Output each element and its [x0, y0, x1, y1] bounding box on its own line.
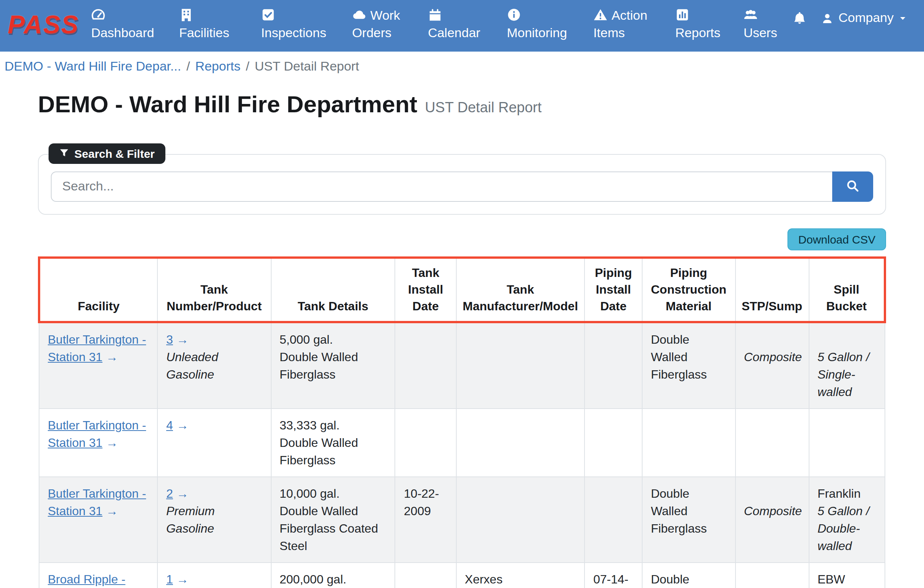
spill-bucket-plain: [817, 416, 876, 434]
facility-link[interactable]: Butler Tarkington - Station 31 →: [48, 333, 146, 363]
bell-icon[interactable]: [792, 11, 807, 29]
table-row: Butler Tarkington - Station 31 → 3 → Unl…: [39, 322, 885, 408]
navbar-right: Company: [792, 7, 908, 29]
tank-product: Premium Gasoline: [166, 502, 262, 537]
cell-tank-number: 1 → Premium Gasoline: [157, 563, 271, 588]
cell-piping-install-date: [584, 477, 642, 563]
arrow-right-icon: →: [102, 350, 118, 363]
nav-action-items[interactable]: Action Items: [593, 7, 658, 43]
cell-tank-number: 4 →: [157, 408, 271, 477]
person-icon: [821, 12, 834, 25]
cell-spill-bucket: EBW 5 Gallon /: [808, 563, 885, 588]
nav-label: Monitoring: [507, 26, 567, 41]
breadcrumb-separator: /: [246, 59, 249, 74]
arrow-right-icon: →: [173, 333, 188, 346]
col-header-facility: Facility: [39, 258, 157, 322]
cell-stp-sump: [735, 408, 808, 477]
col-header-tank-manufacturer: Tank Manufacturer/Model: [456, 258, 584, 322]
stp-plain-line: [744, 331, 800, 348]
search-filter-label: Search & Filter: [74, 147, 155, 160]
company-menu[interactable]: Company: [821, 11, 908, 26]
nav-calendar[interactable]: Calendar: [428, 7, 490, 43]
cell-tank-manufacturer: [456, 408, 584, 477]
col-header-piping-material: Piping Construction Material: [642, 258, 735, 322]
breadcrumb-separator: /: [186, 59, 190, 74]
cell-tank-install-date: [395, 322, 456, 408]
cell-stp-sump: Fiberglass: [735, 563, 808, 588]
nav-label: Users: [743, 26, 777, 41]
funnel-icon: [59, 147, 69, 160]
nav-work-orders[interactable]: Work Orders: [352, 7, 411, 43]
nav-users[interactable]: Users: [743, 7, 789, 43]
app-root: PASS Dashboard Facilities Inspections Wo…: [0, 0, 924, 588]
cell-tank-details: 10,000 gal. Double Walled Fiberglass Coa…: [271, 477, 395, 563]
main-nav: Dashboard Facilities Inspections Work Or…: [91, 7, 789, 43]
cell-facility: Butler Tarkington - Station 31 →: [39, 408, 157, 477]
breadcrumb-reports-link[interactable]: Reports: [195, 59, 241, 74]
search-filter-toggle[interactable]: Search & Filter: [49, 144, 165, 164]
spill-bucket-italic: 5 Gallon / Single-walled: [817, 348, 876, 401]
nav-facilities[interactable]: Facilities: [179, 7, 244, 43]
cell-tank-manufacturer: Xerxes: [456, 563, 584, 588]
cell-tank-install-date: [395, 563, 456, 588]
arrow-right-icon: →: [173, 573, 188, 586]
search-input[interactable]: [51, 172, 832, 202]
spill-bucket-italic: 5 Gallon / Double-walled: [817, 502, 876, 555]
search-button[interactable]: [832, 172, 873, 202]
reports-icon: [675, 8, 690, 23]
facility-link[interactable]: Butler Tarkington - Station 31 →: [48, 419, 146, 449]
stp-value: Composite: [744, 502, 800, 520]
cell-stp-sump: Composite: [735, 322, 808, 408]
nav-inspections[interactable]: Inspections: [261, 7, 335, 43]
arrow-right-icon: →: [173, 487, 188, 500]
table-row: Butler Tarkington - Station 31 → 2 → Pre…: [39, 477, 885, 563]
search-group: [51, 172, 873, 202]
facility-link[interactable]: Broad Ripple - Station 32 014210 →: [48, 573, 147, 588]
stp-plain-line: [744, 416, 800, 434]
arrow-right-icon: →: [102, 436, 118, 449]
nav-label: Calendar: [428, 26, 480, 41]
col-header-piping-install-date: Piping Install Date: [584, 258, 642, 322]
tank-product: Unleaded Gasoline: [166, 348, 262, 383]
spill-bucket-plain: Franklin: [817, 485, 876, 502]
table-row: Broad Ripple - Station 32 014210 → 1 → P…: [39, 563, 885, 588]
brand-logo[interactable]: PASS: [8, 7, 79, 42]
cell-piping-install-date: [584, 322, 642, 408]
download-csv-button[interactable]: Download CSV: [788, 228, 886, 250]
facility-link[interactable]: Butler Tarkington - Station 31 →: [48, 487, 146, 517]
filter-card: [38, 154, 886, 215]
cell-tank-install-date: [395, 408, 456, 477]
nav-reports[interactable]: Reports: [675, 7, 727, 43]
nav-label: Facilities: [179, 26, 229, 41]
tank-number-link[interactable]: 2 →: [166, 487, 188, 500]
tank-number-link[interactable]: 1 →: [166, 573, 188, 586]
table-header-row: Facility Tank Number/Product Tank Detail…: [39, 258, 885, 322]
cell-stp-sump: Composite: [735, 477, 808, 563]
calendar-icon: [428, 8, 442, 23]
nav-dashboard[interactable]: Dashboard: [91, 7, 162, 43]
ust-detail-table: Facility Tank Number/Product Tank Detail…: [38, 256, 886, 588]
cell-tank-number: 3 → Unleaded Gasoline: [157, 322, 271, 408]
cell-piping-material: [642, 408, 735, 477]
nav-monitoring[interactable]: Monitoring: [507, 7, 577, 43]
users-icon: [743, 8, 758, 23]
cell-piping-material: Double Walled: [642, 563, 735, 588]
breadcrumb-facility-link[interactable]: DEMO - Ward Hill Fire Depar...: [5, 59, 181, 74]
cell-spill-bucket: [808, 408, 885, 477]
cell-tank-details: 33,333 gal. Double Walled Fiberglass: [271, 408, 395, 477]
caret-down-icon: [898, 14, 908, 23]
breadcrumb-current: UST Detail Report: [254, 59, 359, 74]
col-header-spill-bucket: Spill Bucket: [808, 258, 885, 322]
cell-tank-details: 5,000 gal. Double Walled Fiberglass: [271, 322, 395, 408]
table-header: Facility Tank Number/Product Tank Detail…: [39, 258, 885, 322]
title-row: DEMO - Ward Hill Fire DepartmentUST Deta…: [38, 89, 886, 124]
table-row: Butler Tarkington - Station 31 → 4 → 33,…: [39, 408, 885, 477]
col-header-tank-number: Tank Number/Product: [157, 258, 271, 322]
ust-table-body: Butler Tarkington - Station 31 → 3 → Unl…: [39, 322, 885, 588]
cell-piping-material: Double Walled Fiberglass: [642, 322, 735, 408]
cell-facility: Butler Tarkington - Station 31 →: [39, 477, 157, 563]
tank-number-link[interactable]: 3 →: [166, 333, 188, 346]
tank-number-link[interactable]: 4 →: [166, 419, 188, 432]
stp-plain-line: [744, 485, 800, 502]
spill-bucket-plain: EBW: [817, 571, 876, 588]
